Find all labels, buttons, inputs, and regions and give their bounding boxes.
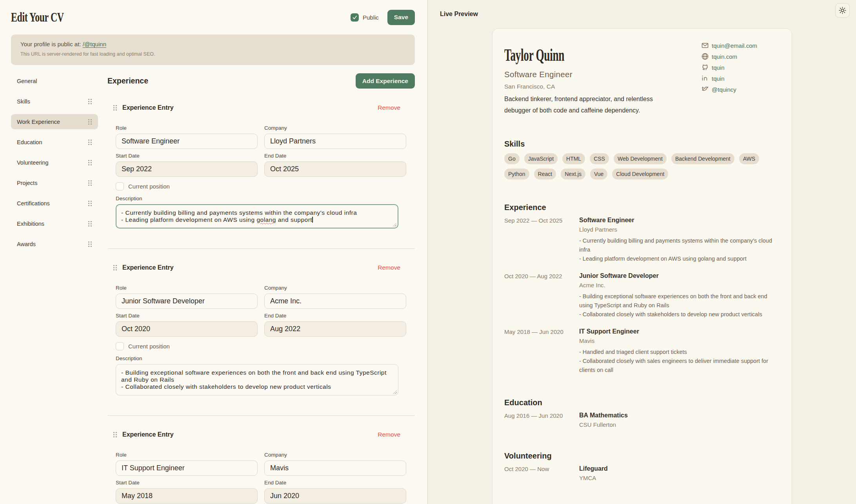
end-date-input[interactable] [264,321,406,337]
sidebar-item-label: Awards [17,241,36,247]
contact-link[interactable]: @tquincy [712,86,736,93]
cv-entry-bullets: - Handled and triaged client support tic… [579,348,780,375]
start-date-input[interactable] [116,321,258,337]
role-input[interactable] [116,294,258,309]
current-position-checkbox[interactable] [116,342,124,350]
public-checkbox[interactable] [351,13,359,22]
remove-entry-button[interactable]: Remove [378,104,400,111]
end-date-input[interactable] [264,161,406,177]
skill-tag: CSS [590,153,609,164]
company-input[interactable] [264,134,406,149]
contact-item: @tquincy [701,84,757,95]
cv-entry: Oct 2020 — NowLifeguardYMCA [504,465,780,481]
sidebar-item-volunteering[interactable]: Volunteering [11,155,98,170]
sidebar-item-skills[interactable]: Skills [11,94,98,109]
cv-bio: Backend tinkerer, frontend appreciator, … [504,93,661,116]
drag-handle[interactable] [113,431,117,438]
drag-handle[interactable] [88,221,92,227]
sidebar-item-education[interactable]: Education [11,134,98,150]
sidebar-item-exhibitions[interactable]: Exhibitions [11,216,98,231]
experience-entry: Experience EntryRemoveRoleCompanyStart D… [107,415,415,504]
sidebar-item-work-experience[interactable]: Work Experience [11,114,98,129]
editor-pane: Edit Your CV Public Save Your profile is… [0,0,428,504]
start-date-label: Start Date [116,153,258,159]
cv-entry-dates: Oct 2020 — Aug 2022 [504,272,579,319]
role-input[interactable] [116,460,258,476]
start-date-label: Start Date [116,480,258,486]
contact-link[interactable]: tquin [712,64,725,71]
sidebar-item-label: Exhibitions [17,221,44,227]
drag-handle[interactable] [88,241,92,247]
cv-card: Taylor Quinn Software Engineer San Franc… [492,28,792,504]
cv-section-experience: ExperienceSep 2022 — Oct 2025Software En… [504,203,780,375]
drag-handle[interactable] [88,160,92,166]
drag-handle-icon [88,241,92,247]
company-input[interactable] [264,294,406,309]
public-label: Public [363,14,379,21]
globe-icon [702,53,709,60]
remove-entry-button[interactable]: Remove [378,264,400,271]
cv-section-heading: Education [504,398,780,407]
description-textarea[interactable]: - Building exceptional software experien… [116,364,398,395]
cv-section-heading: Volunteering [504,451,780,460]
form-section-title: Experience [107,76,148,85]
cv-section-skills: SkillsGoJavaScriptHTMLCSSWeb Development… [504,140,780,179]
banner-subtext: This URL is server-rendered for fast loa… [20,51,405,57]
drag-handle[interactable] [88,119,92,125]
sidebar-item-general[interactable]: General [11,73,98,89]
cv-entry-dates: Aug 2016 — Jun 2020 [504,412,579,428]
skill-tag: Backend Development [671,153,734,164]
add-experience-button[interactable]: Add Experience [356,73,415,89]
drag-handle[interactable] [88,98,92,105]
public-toggle[interactable]: Public [351,13,379,22]
sidebar-item-label: General [17,78,37,84]
cv-entry-title: Software Engineer [579,217,780,224]
drag-handle[interactable] [113,265,117,271]
remove-entry-button[interactable]: Remove [378,431,400,438]
section-nav: GeneralSkillsWork ExperienceEducationVol… [11,73,98,504]
drag-handle[interactable] [88,200,92,207]
contact-link[interactable]: tquin [712,75,725,82]
cv-name: Taylor Quinn [504,45,675,65]
experience-entry: Experience EntryRemoveRoleCompanyStart D… [107,89,415,248]
entry-title: Experience Entry [122,431,174,438]
cv-entry: May 2018 — Jun 2020IT Support EngineerMa… [504,328,780,375]
cv-section-heading: Experience [504,203,780,212]
profile-link[interactable]: /@tquinn [83,41,106,47]
sidebar-item-certifications[interactable]: Certifications [11,196,98,211]
cv-entry-org: Mavis [579,337,780,344]
cv-entry: Aug 2016 — Jun 2020BA MathematicsCSU Ful… [504,412,780,428]
drag-handle[interactable] [88,180,92,186]
theme-toggle-button[interactable] [835,3,850,18]
contact-link[interactable]: tquin.com [712,53,737,60]
description-textarea[interactable]: - Currently building billing and payment… [116,204,398,228]
contact-link[interactable]: tquin@email.com [712,42,757,49]
sidebar-item-label: Volunteering [17,160,49,166]
role-input[interactable] [116,134,258,149]
sidebar-item-projects[interactable]: Projects [11,175,98,190]
twitter-icon [702,86,709,93]
save-button[interactable]: Save [387,10,415,25]
cv-entry: Oct 2020 — Aug 2022Junior Software Devel… [504,272,780,319]
drag-handle[interactable] [113,105,117,111]
drag-handle[interactable] [88,139,92,145]
drag-handle-icon [88,160,92,166]
sidebar-item-label: Projects [17,180,37,186]
linkedin-icon [702,75,709,82]
sidebar-item-awards[interactable]: Awards [11,236,98,252]
current-position-checkbox[interactable] [116,182,124,190]
contact-item: tquin@email.com [701,40,757,51]
cv-entry-dates: Oct 2020 — Now [504,465,579,481]
end-date-input[interactable] [264,488,406,504]
company-label: Company [264,452,406,458]
experience-entry: Experience EntryRemoveRoleCompanyStart D… [107,248,415,415]
cv-entry: Sep 2022 — Oct 2025Software EngineerLloy… [504,217,780,263]
cv-entry-bullets: - Building exceptional software experien… [579,292,780,319]
company-input[interactable] [264,460,406,476]
sidebar-item-label: Education [17,139,42,145]
drag-handle-icon [88,119,92,125]
start-date-input[interactable] [116,161,258,177]
entry-title: Experience Entry [122,104,174,111]
contact-item: tquin [701,73,757,84]
start-date-input[interactable] [116,488,258,504]
